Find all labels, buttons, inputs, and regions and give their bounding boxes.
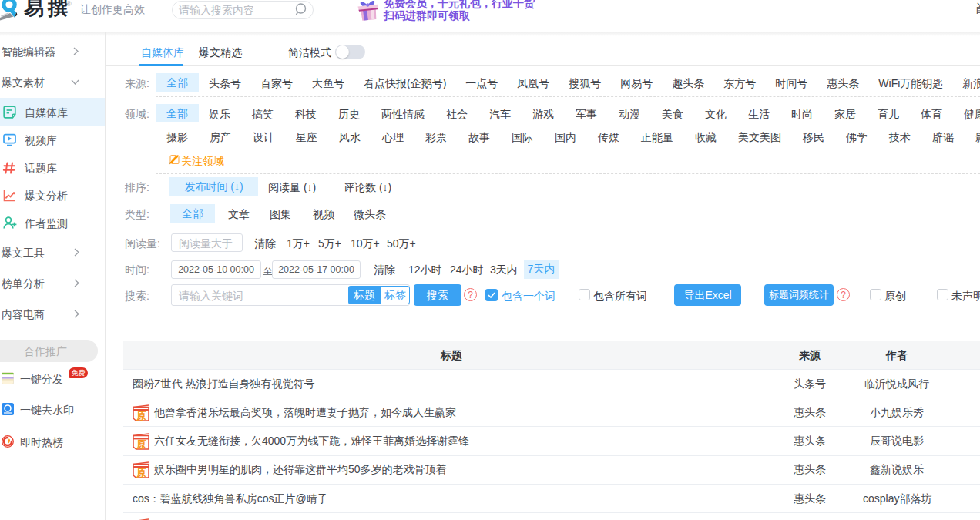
svg-text:原: 原 xyxy=(136,468,146,478)
svg-text:原: 原 xyxy=(136,439,146,450)
svg-text:原: 原 xyxy=(136,411,146,421)
